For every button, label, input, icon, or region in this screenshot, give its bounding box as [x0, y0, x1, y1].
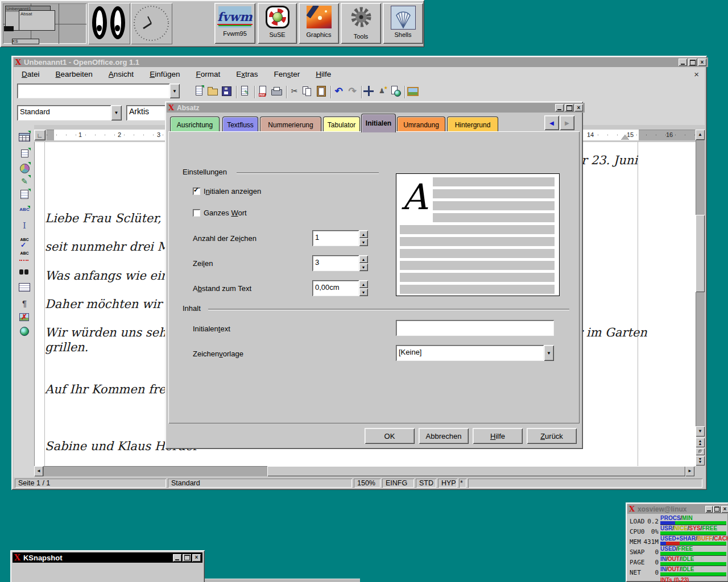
previous-page-button[interactable]: ▲▲ — [696, 438, 705, 447]
tab-textfluss[interactable]: Textfluss — [222, 117, 258, 132]
url-combobox[interactable]: ▼ — [17, 84, 180, 98]
launcher-suse[interactable]: SuSE — [258, 3, 297, 44]
tab-scroll-right-button[interactable]: ► — [560, 115, 574, 130]
insert-table-icon[interactable] — [18, 131, 31, 143]
web-document-icon[interactable] — [389, 85, 401, 97]
undo-icon[interactable]: ↶ — [333, 85, 345, 97]
pager-mini-window-iconified[interactable] — [4, 26, 14, 31]
form-functions-icon[interactable] — [18, 189, 31, 201]
maximize-button[interactable] — [565, 104, 573, 111]
spin-down-button[interactable]: ▼ — [359, 238, 368, 246]
insert-fields-icon[interactable] — [18, 148, 31, 160]
ok-button[interactable]: OK — [365, 428, 415, 444]
tab-stop-selector[interactable]: ∟ — [34, 130, 46, 140]
online-layout-icon[interactable] — [18, 325, 31, 338]
open-file-icon[interactable] — [207, 85, 219, 97]
cancel-button[interactable]: Abbrechen — [419, 428, 469, 444]
tab-ausrichtung[interactable]: Ausrichtung — [170, 117, 220, 132]
status-zoom[interactable]: 150% — [354, 479, 380, 488]
navigation-dot-button[interactable] — [696, 448, 705, 455]
scroll-down-button[interactable]: ▼ — [696, 426, 705, 436]
status-pagestyle[interactable]: Standard — [168, 479, 352, 488]
lines-value[interactable]: 3 — [312, 255, 359, 271]
menu-hilfe[interactable]: Hilfe — [308, 70, 339, 78]
char-style-value[interactable]: [Keine] — [396, 345, 544, 361]
print-icon[interactable] — [271, 85, 283, 97]
menu-format[interactable]: Format — [188, 70, 228, 78]
xosview-titlebar[interactable]: X xosview@linux × — [627, 504, 728, 514]
num-chars-spinner[interactable]: 1 ▲ ▼ — [312, 230, 368, 246]
insert-object-icon[interactable] — [18, 162, 31, 174]
horizontal-scrollbar-thumb[interactable] — [267, 466, 685, 476]
menu-extras[interactable]: Extras — [228, 70, 266, 78]
minimize-button[interactable] — [173, 554, 181, 562]
desktop-pager[interactable]: Unbenannt1 Absat KS — [3, 3, 86, 44]
data-sources-icon[interactable] — [18, 281, 31, 293]
status-hyperlink-mode[interactable]: HYP — [438, 479, 457, 488]
distance-spinner[interactable]: 0,00cm ▲ ▼ — [312, 280, 368, 296]
pager-mini-window-dialog[interactable]: Absat — [19, 10, 55, 31]
distance-value[interactable]: 0,00cm — [312, 280, 359, 296]
direct-cursor-icon[interactable]: I — [18, 219, 31, 232]
autospellcheck-icon[interactable]: ABC — [18, 250, 31, 263]
num-chars-value[interactable]: 1 — [312, 230, 359, 246]
status-selection-mode[interactable]: STD — [416, 479, 436, 488]
ksnapshot-titlebar[interactable]: X KSnapshot × — [13, 552, 202, 563]
navigator-icon[interactable] — [363, 85, 375, 97]
autopilot-icon[interactable]: ♟★ — [376, 85, 388, 97]
next-page-button[interactable]: ▼▼ — [696, 456, 705, 465]
spin-up-button[interactable]: ▲ — [359, 255, 368, 263]
style-dropdown-button[interactable]: ▼ — [111, 105, 122, 120]
draw-functions-icon[interactable]: ✎ — [18, 175, 31, 188]
status-page[interactable]: Seite 1 / 1 — [15, 479, 166, 488]
maximize-button[interactable] — [713, 506, 721, 513]
lines-spinner[interactable]: 3 ▲ ▼ — [312, 255, 368, 271]
nonprinting-characters-icon[interactable]: ¶ — [18, 297, 31, 309]
new-document-icon[interactable] — [193, 85, 205, 97]
spin-up-button[interactable]: ▲ — [359, 230, 368, 238]
close-button[interactable]: × — [721, 506, 728, 513]
spin-down-button[interactable]: ▼ — [359, 263, 368, 271]
minimize-button[interactable] — [679, 59, 687, 66]
menu-einfuegen[interactable]: Einfügen — [142, 70, 188, 78]
right-indent-marker[interactable] — [621, 135, 629, 140]
help-button[interactable]: Hilfe — [473, 428, 523, 444]
export-pdf-icon[interactable]: PDF — [257, 85, 269, 97]
tab-initialen[interactable]: Initialen — [361, 114, 396, 132]
scroll-right-button[interactable]: ► — [685, 466, 694, 476]
writer-titlebar[interactable]: X Unbenannt1 - OpenOffice.org 1.1 × — [14, 57, 708, 67]
tab-nummerierung[interactable]: Nummerierung — [260, 117, 321, 132]
find-replace-icon[interactable] — [18, 266, 31, 278]
dialog-titlebar[interactable]: X Absatz × — [167, 103, 585, 113]
launcher-shells[interactable]: Shells — [383, 3, 423, 44]
close-button[interactable]: × — [192, 554, 201, 562]
close-button[interactable]: × — [698, 59, 706, 66]
paragraph-style-combobox[interactable]: Standard ▼ — [17, 105, 122, 120]
launcher-fvwm95[interactable]: fvwm Fvwm95 — [214, 3, 255, 44]
paragraph-style-value[interactable]: Standard — [17, 105, 111, 120]
char-style-dropdown-button[interactable]: ▼ — [544, 345, 554, 361]
document-close-icon[interactable]: × — [694, 69, 699, 79]
tab-scroll-left-button[interactable]: ◄ — [544, 115, 559, 130]
status-insert-mode[interactable]: EINFG — [382, 479, 414, 488]
cut-icon[interactable]: ✂ — [288, 85, 300, 97]
menu-datei[interactable]: Datei — [14, 70, 48, 78]
menu-fenster[interactable]: Fenster — [266, 70, 308, 78]
maximize-button[interactable] — [183, 554, 191, 562]
minimize-button[interactable] — [705, 506, 713, 513]
launcher-tools[interactable]: Tools — [341, 3, 381, 44]
scroll-up-button[interactable]: ▲ — [696, 130, 705, 140]
spin-down-button[interactable]: ▼ — [359, 288, 368, 296]
tab-hintergrund[interactable]: Hintergrund — [447, 117, 498, 132]
show-dropcaps-checkbox[interactable]: ✓ — [193, 188, 200, 195]
gallery-icon[interactable] — [407, 85, 419, 97]
tab-tabulator[interactable]: Tabulator — [323, 117, 360, 132]
save-icon[interactable] — [221, 85, 233, 97]
edit-file-icon[interactable]: ✎ — [239, 85, 251, 97]
dropcap-text-input[interactable] — [396, 320, 554, 336]
char-style-combobox[interactable]: [Keine] ▼ — [396, 345, 554, 361]
paste-icon[interactable] — [315, 85, 327, 97]
show-dropcaps-label[interactable]: Initialen anzeigen — [204, 187, 261, 196]
autotext-icon[interactable]: ABC — [18, 206, 31, 218]
menu-bearbeiten[interactable]: Bearbeiten — [48, 70, 101, 78]
